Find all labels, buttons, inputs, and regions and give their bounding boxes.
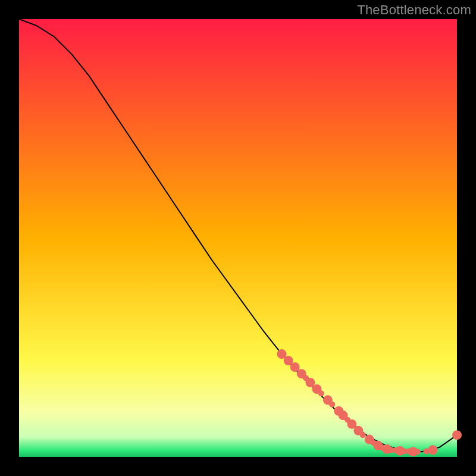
chart-stage: TheBottleneck.com [0,0,476,476]
marker-point [452,430,462,440]
marker-point [318,390,324,396]
marker-point [428,445,438,455]
marker-point [415,449,421,455]
watermark-text: TheBottleneck.com [357,2,471,18]
marker-point [360,432,366,438]
chart-canvas [0,0,476,476]
plot-background [19,19,457,457]
marker-point [329,402,335,408]
